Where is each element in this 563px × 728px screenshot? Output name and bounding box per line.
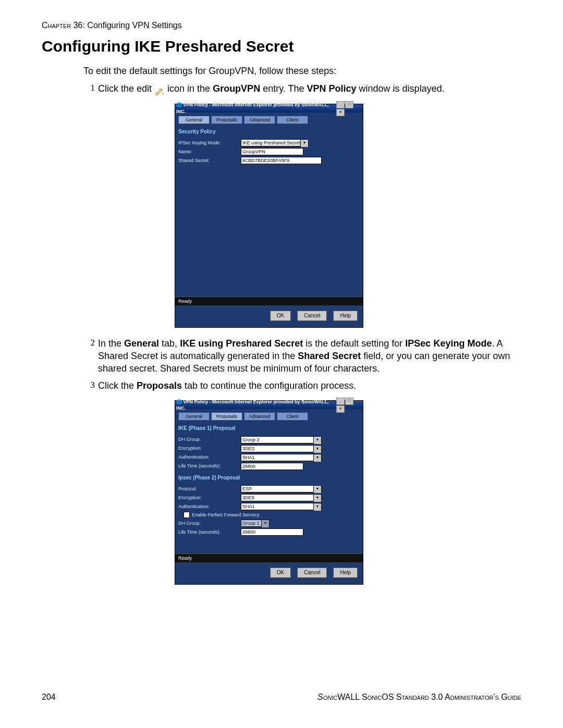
tab-advanced[interactable]: Advanced bbox=[244, 116, 275, 124]
close-icon[interactable]: × bbox=[336, 109, 345, 116]
page-title: Configuring IKE Preshared Secret bbox=[42, 38, 521, 55]
window-ie-icon: 🌐 VPN Policy - Microsoft Internet Explor… bbox=[176, 102, 336, 114]
step-2: 2 In the General tab, IKE using Preshare… bbox=[83, 337, 521, 375]
tab-proposals[interactable]: Proposals bbox=[211, 412, 242, 421]
vpn-policy-dialog-general: 🌐 VPN Policy - Microsoft Internet Explor… bbox=[175, 104, 363, 328]
step-1: 1 Click the edit icon in the GroupVPN en… bbox=[83, 82, 521, 95]
label-pfs: Enable Perfect Forward Secrecy bbox=[192, 512, 260, 518]
help-button[interactable]: Help bbox=[333, 311, 358, 321]
tab-client[interactable]: Client bbox=[277, 412, 308, 421]
input-name[interactable]: GroupVPN bbox=[241, 148, 303, 155]
svg-point-0 bbox=[163, 93, 164, 94]
input-shared-secret[interactable]: 9CBD7BDE20BFA5F9 bbox=[241, 157, 322, 164]
cancel-button[interactable]: Cancel bbox=[297, 311, 327, 321]
select-phase2-encryption[interactable]: 3DES bbox=[241, 494, 322, 501]
select-phase1-encryption[interactable]: 3DES bbox=[241, 445, 322, 452]
minimize-icon[interactable]: _ bbox=[336, 398, 345, 405]
select-phase1-auth[interactable]: SHA1 bbox=[241, 454, 322, 461]
label-keying-mode: IPSec Keying Mode: bbox=[178, 140, 241, 146]
edit-icon bbox=[154, 86, 165, 93]
section-security-policy: Security Policy bbox=[178, 128, 360, 135]
close-icon[interactable]: × bbox=[336, 405, 345, 413]
section-ike-phase1: IKE (Phase 1) Proposal bbox=[178, 425, 360, 432]
maximize-icon[interactable]: □ bbox=[345, 101, 353, 108]
chapter-breadcrumb: Chapter 36: Configuring VPN Settings bbox=[42, 21, 521, 30]
input-phase2-lifetime[interactable]: 28800 bbox=[241, 528, 303, 536]
titlebar: 🌐 VPN Policy - Microsoft Internet Explor… bbox=[175, 401, 363, 409]
select-phase2-protocol[interactable]: ESP bbox=[241, 485, 322, 492]
status-bar: Ready bbox=[175, 553, 363, 562]
label-shared-secret: Shared Secret: bbox=[178, 157, 241, 164]
minimize-icon[interactable]: _ bbox=[336, 101, 345, 108]
tab-proposals[interactable]: Proposals bbox=[211, 116, 242, 124]
guide-title: SonicWALL SonicOS Standard 3.0 Administr… bbox=[317, 693, 521, 702]
status-bar: Ready bbox=[175, 297, 363, 305]
maximize-icon[interactable]: □ bbox=[345, 398, 353, 405]
tab-general[interactable]: General bbox=[178, 412, 210, 421]
ok-button[interactable]: OK bbox=[270, 311, 291, 321]
intro-text: To edit the default settings for GroupVP… bbox=[83, 65, 521, 77]
cancel-button[interactable]: Cancel bbox=[297, 567, 327, 578]
help-button[interactable]: Help bbox=[333, 567, 358, 578]
input-phase1-lifetime[interactable]: 28800 bbox=[241, 463, 303, 470]
select-keying-mode[interactable]: IKE using Preshared Secret bbox=[241, 139, 309, 146]
vpn-policy-dialog-proposals: 🌐 VPN Policy - Microsoft Internet Explor… bbox=[175, 400, 363, 585]
step-3: 3 Click the Proposals tab to continue th… bbox=[83, 379, 521, 392]
page-number: 204 bbox=[42, 693, 56, 702]
select-phase1-dh[interactable]: Group 2 bbox=[241, 436, 322, 443]
select-phase2-dh[interactable]: Group 1 bbox=[241, 520, 270, 527]
checkbox-pfs[interactable] bbox=[183, 512, 190, 518]
window-ie-icon: 🌐 VPN Policy - Microsoft Internet Explor… bbox=[176, 399, 336, 411]
tab-general[interactable]: General bbox=[178, 116, 210, 124]
ok-button[interactable]: OK bbox=[270, 567, 291, 578]
tab-advanced[interactable]: Advanced bbox=[244, 412, 275, 421]
select-phase2-auth[interactable]: SHA1 bbox=[241, 503, 322, 510]
section-ipsec-phase2: Ipsec (Phase 2) Proposal bbox=[178, 474, 360, 482]
titlebar: 🌐 VPN Policy - Microsoft Internet Explor… bbox=[175, 104, 363, 113]
label-name: Name: bbox=[178, 149, 241, 155]
tab-client[interactable]: Client bbox=[277, 116, 308, 124]
